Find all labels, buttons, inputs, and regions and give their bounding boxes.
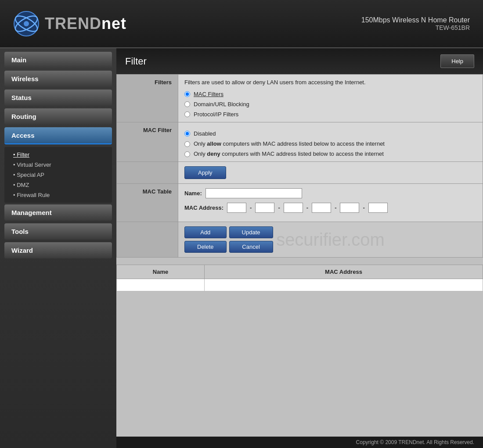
action-buttons-cell: securifier.com Add Update Delete Cancel bbox=[178, 222, 483, 258]
action-label-cell bbox=[117, 222, 178, 258]
footer: Copyright © 2009 TRENDnet. All Rights Re… bbox=[116, 437, 483, 448]
allow-radio[interactable] bbox=[184, 141, 190, 147]
mac-octet-4[interactable] bbox=[312, 203, 331, 213]
help-button[interactable]: Help bbox=[440, 54, 474, 68]
submenu-filter[interactable]: Filter bbox=[9, 150, 108, 160]
page-title: Filter bbox=[125, 56, 147, 67]
logo-text: TRENDnet bbox=[45, 14, 126, 33]
mac-octet-3[interactable] bbox=[284, 203, 303, 213]
mac-list-header: Name MAC Address bbox=[117, 265, 483, 279]
mac-octet-5[interactable] bbox=[340, 203, 359, 213]
mac-octet-2[interactable] bbox=[255, 203, 274, 213]
deny-radio[interactable] bbox=[184, 151, 190, 157]
mac-table-row: MAC Table Name: MAC Address: - bbox=[117, 184, 483, 222]
mac-filter-group: Disabled Only allow computers with MAC a… bbox=[184, 130, 476, 157]
sidebar-item-management[interactable]: Management bbox=[4, 204, 112, 221]
copyright: Copyright © 2009 TRENDnet. All Rights Re… bbox=[356, 439, 474, 445]
mac-address-row: MAC Address: - - - - - bbox=[184, 203, 476, 213]
apply-row: Apply bbox=[117, 162, 483, 184]
watermark: securifier.com bbox=[276, 230, 385, 250]
name-input[interactable] bbox=[205, 188, 302, 198]
mac-filter-label: MAC Filter bbox=[117, 122, 178, 162]
sidebar-item-wizard[interactable]: Wizard bbox=[4, 242, 112, 258]
device-info: 150Mbps Wireless N Home Router TEW-651BR bbox=[361, 16, 470, 31]
sidebar: Main Wireless Status Routing Access Filt… bbox=[0, 48, 116, 448]
name-row: Name: bbox=[184, 188, 476, 198]
deny-option[interactable]: Only deny computers with MAC address lis… bbox=[184, 151, 476, 157]
action-btn-grid: Add Update Delete Cancel bbox=[184, 226, 273, 253]
filters-description: Filters are used to allow or deny LAN us… bbox=[184, 79, 476, 86]
main-layout: Main Wireless Status Routing Access Filt… bbox=[0, 48, 483, 448]
mac-filter-value: Disabled Only allow computers with MAC a… bbox=[178, 122, 483, 162]
device-model: 150Mbps Wireless N Home Router bbox=[361, 16, 470, 24]
add-button[interactable]: Add bbox=[184, 226, 227, 238]
filters-value: Filters are used to allow or deny LAN us… bbox=[178, 75, 483, 122]
apply-label-cell bbox=[117, 162, 178, 184]
name-label: Name: bbox=[184, 190, 202, 197]
action-buttons-row: securifier.com Add Update Delete Cancel bbox=[117, 222, 483, 258]
sidebar-item-main[interactable]: Main bbox=[4, 52, 112, 68]
filter-form-table: Filters Filters are used to allow or den… bbox=[116, 74, 483, 258]
domain-url-label: Domain/URL Blocking bbox=[194, 101, 249, 108]
disabled-radio[interactable] bbox=[184, 131, 190, 136]
mac-list-empty-name bbox=[117, 279, 205, 291]
sidebar-item-routing[interactable]: Routing bbox=[4, 108, 112, 125]
page-header: TRENDnet 150Mbps Wireless N Home Router … bbox=[0, 0, 483, 48]
mac-list-wrapper: Name MAC Address bbox=[116, 258, 483, 291]
mac-sep-3: - bbox=[306, 204, 308, 211]
update-button[interactable]: Update bbox=[229, 226, 273, 238]
mac-octet-1[interactable] bbox=[227, 203, 246, 213]
protocol-ip-option[interactable]: Protocol/IP Filters bbox=[184, 111, 476, 118]
delete-button[interactable]: Delete bbox=[184, 241, 227, 253]
mac-address-label: MAC Address: bbox=[184, 204, 223, 211]
trendnet-logo-icon bbox=[13, 11, 40, 37]
deny-label: Only deny computers with MAC address lis… bbox=[194, 151, 384, 157]
mac-form-area: Name: MAC Address: - - - bbox=[178, 184, 483, 222]
mac-sep-4: - bbox=[335, 204, 336, 211]
page-header-bar: Filter Help bbox=[116, 48, 483, 74]
sidebar-item-status[interactable]: Status bbox=[4, 90, 112, 106]
disabled-label: Disabled bbox=[194, 130, 216, 137]
col-header-mac: MAC Address bbox=[205, 265, 483, 279]
submenu-dmz[interactable]: DMZ bbox=[9, 180, 108, 190]
sidebar-item-wireless[interactable]: Wireless bbox=[4, 71, 112, 87]
submenu-virtual-server[interactable]: Virtual Server bbox=[9, 160, 108, 170]
access-submenu: Filter Virtual Server Special AP DMZ Fir… bbox=[4, 147, 112, 203]
col-header-name: Name bbox=[117, 265, 205, 279]
domain-url-radio[interactable] bbox=[184, 101, 190, 107]
mac-list-table: Name MAC Address bbox=[116, 265, 483, 291]
device-num: TEW-651BR bbox=[361, 24, 470, 31]
mac-filters-option[interactable]: MAC Filters bbox=[184, 91, 476, 97]
mac-list-empty-mac bbox=[205, 279, 483, 291]
disabled-option[interactable]: Disabled bbox=[184, 130, 476, 137]
mac-filter-row: MAC Filter Disabled Only allow computers… bbox=[117, 122, 483, 162]
mac-octet-6[interactable] bbox=[368, 203, 388, 213]
allow-option[interactable]: Only allow computers with MAC address li… bbox=[184, 140, 476, 147]
submenu-special-ap[interactable]: Special AP bbox=[9, 170, 108, 180]
mac-sep-5: - bbox=[363, 204, 364, 211]
protocol-ip-radio[interactable] bbox=[184, 111, 190, 117]
mac-filters-label: MAC Filters bbox=[194, 91, 223, 97]
mac-sep-1: - bbox=[250, 204, 252, 211]
allow-label: Only allow computers with MAC address li… bbox=[194, 140, 385, 147]
apply-cell: Apply bbox=[178, 162, 483, 184]
submenu-firewall-rule[interactable]: Firewall Rule bbox=[9, 190, 108, 200]
mac-filters-radio[interactable] bbox=[184, 91, 190, 97]
apply-button[interactable]: Apply bbox=[184, 166, 226, 179]
filter-type-group: MAC Filters Domain/URL Blocking Protocol… bbox=[184, 91, 476, 118]
svg-point-3 bbox=[24, 21, 29, 26]
domain-url-option[interactable]: Domain/URL Blocking bbox=[184, 101, 476, 108]
mac-list-empty-row bbox=[117, 279, 483, 291]
content-area: Filter Help Filters Filters are used to … bbox=[116, 48, 483, 448]
mac-table-label: MAC Table bbox=[117, 184, 178, 222]
mac-sep-2: - bbox=[278, 204, 280, 211]
filters-label: Filters bbox=[117, 75, 178, 122]
cancel-button[interactable]: Cancel bbox=[229, 241, 273, 253]
sidebar-item-access[interactable]: Access bbox=[4, 127, 112, 144]
sidebar-item-tools[interactable]: Tools bbox=[4, 223, 112, 240]
logo-area: TRENDnet bbox=[13, 11, 126, 37]
protocol-ip-label: Protocol/IP Filters bbox=[194, 111, 238, 118]
filters-row: Filters Filters are used to allow or den… bbox=[117, 75, 483, 122]
content-panel: Filters Filters are used to allow or den… bbox=[116, 74, 483, 437]
